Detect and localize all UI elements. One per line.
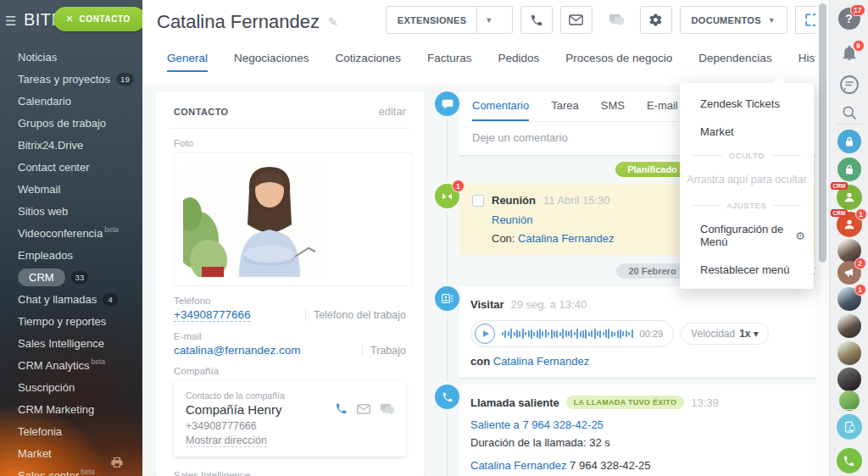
drag-to-hide-hint: Arrastra aquí para ocultar: [680, 165, 814, 196]
company-address-link[interactable]: Mostrar dirección: [186, 434, 267, 447]
scrollbar-thumb[interactable]: [819, 3, 826, 263]
call-button[interactable]: [520, 6, 553, 34]
documents-button[interactable]: DOCUMENTOS ▼: [680, 6, 787, 34]
chat-button[interactable]: [600, 6, 632, 34]
contact-button-label: CONTACTO: [79, 14, 131, 24]
email-link[interactable]: catalina@fernandez.com: [174, 344, 301, 357]
playback-speed-control[interactable]: Velocidad 1x ▾: [681, 323, 769, 345]
chat-avatar[interactable]: [839, 390, 860, 411]
meeting-link[interactable]: Reunión: [492, 213, 532, 226]
count-badge: 4: [103, 293, 118, 306]
count-badge: 33: [71, 271, 89, 284]
tab-facturas[interactable]: Facturas: [427, 52, 472, 72]
company-chat-icon[interactable]: [380, 403, 394, 415]
chat-avatar[interactable]: 1: [837, 287, 861, 311]
broadcast-chat[interactable]: 2: [837, 261, 861, 285]
sidebar-item-contact-center[interactable]: Contact center: [0, 156, 142, 178]
call-line-link[interactable]: Saliente a 7 964 328-42-25: [470, 418, 604, 431]
crm-tag: CRM: [831, 209, 849, 217]
help-button[interactable]: ?17: [838, 8, 860, 30]
sidebar-item-webmail[interactable]: Webmail: [0, 178, 142, 200]
telephony-button[interactable]: [837, 448, 862, 473]
email-button[interactable]: [560, 6, 593, 34]
sidebar-item-videoconferencia[interactable]: Videoconferenciabeta: [0, 222, 142, 244]
right-rail: ?17 9 CRM CRM1 2 1: [829, 0, 868, 476]
compose-tab-tarea[interactable]: Tarea: [551, 99, 579, 121]
tab-procesos[interactable]: Procesos de negocio: [565, 52, 672, 72]
sidebar-item-tiempo[interactable]: Tiempo y reportes: [0, 310, 142, 332]
sidebar-item-crm-marketing[interactable]: CRM Marketing: [0, 398, 142, 420]
sidebar-item-telefonia[interactable]: Telefonia: [0, 420, 142, 442]
tab-cotizaciones[interactable]: Cotizaciones: [336, 52, 401, 72]
beta-tag: beta: [104, 225, 119, 234]
sidebar-item-calendario[interactable]: Calendario: [0, 90, 142, 112]
sidebar-item-label: Sales center: [18, 469, 79, 476]
phone-link[interactable]: +34908777666: [174, 308, 250, 322]
edit-link[interactable]: editar: [378, 105, 406, 118]
device-sync-button[interactable]: [837, 414, 862, 440]
chat-avatar[interactable]: [837, 341, 861, 365]
play-button[interactable]: [475, 324, 495, 344]
email-type-label: Trabajo: [362, 345, 406, 357]
beta-tag: beta: [92, 357, 106, 366]
menu-item-config[interactable]: Configuración de Menú⚙: [680, 215, 814, 256]
menu-item-zendesk[interactable]: Zendesk Tickets: [680, 90, 814, 118]
device-cloud-icon: [843, 421, 855, 434]
sidebar-item-label: Tiempo y reportes: [18, 315, 106, 328]
sidebar-item-tareas[interactable]: Tareas y proyectos19: [0, 68, 142, 90]
sidebar-item-empleados[interactable]: Empleados: [0, 244, 142, 266]
chat-avatar[interactable]: [837, 368, 861, 391]
sidebar-item-crm[interactable]: CRM33: [0, 266, 142, 288]
sidebar-item-grupos[interactable]: Grupos de trabajo: [0, 112, 142, 134]
tab-general[interactable]: General: [167, 52, 208, 72]
company-name[interactable]: Compañía Henry: [186, 402, 281, 417]
menu-item-reset[interactable]: Restablecer menú: [680, 256, 814, 284]
crm-chat-green[interactable]: CRM: [837, 185, 862, 210]
notification-badge: 17: [850, 4, 865, 16]
rail-divider: [837, 124, 862, 125]
messenger-button[interactable]: [838, 74, 860, 99]
compose-tab-email[interactable]: E-mail: [647, 99, 678, 121]
chevron-down-icon: ▼: [768, 16, 776, 25]
sidebar-item-suscripcion[interactable]: Suscripción: [0, 376, 142, 398]
edit-pencil-icon[interactable]: ✎: [328, 15, 338, 29]
compose-tab-comentario[interactable]: Comentario: [472, 99, 529, 121]
compose-tab-sms[interactable]: SMS: [601, 99, 625, 121]
visit-with-label: con: [470, 355, 490, 368]
extensions-button[interactable]: EXTENSIONES ▼: [386, 6, 513, 34]
secure-chat-green[interactable]: [837, 158, 861, 181]
chat-avatar[interactable]: [837, 314, 861, 338]
sidebar-item-chat[interactable]: Chat y llamadas4: [0, 288, 142, 310]
waveform[interactable]: [502, 328, 633, 340]
search-button[interactable]: [841, 104, 858, 125]
sidebar-item-sitios-web[interactable]: Sitios web: [0, 200, 142, 222]
visit-contact-link[interactable]: Catalina Fernandez: [493, 355, 589, 368]
meeting-contact-link[interactable]: Catalina Fernandez: [518, 232, 614, 245]
call-contact-link[interactable]: Catalina Fernandez: [470, 459, 566, 472]
quick-add-contact-button[interactable]: ✕ CONTACTO: [53, 7, 142, 31]
tab-pedidos[interactable]: Pedidos: [498, 52, 539, 72]
company-envelope-icon[interactable]: [357, 404, 370, 414]
chevron-down-icon[interactable]: ▼: [476, 7, 500, 33]
call-card: Llamada saliente LA LLAMADA TUVO ÉXITO 1…: [459, 385, 846, 476]
sidebar-item-label: Sitios web: [18, 205, 68, 218]
menu-section-ajustes: AJUSTES: [692, 201, 802, 210]
sidebar-item-noticias[interactable]: Noticias: [0, 46, 142, 68]
sidebar-item-crm-analytics[interactable]: CRM Analyticsbeta: [0, 354, 142, 376]
tab-negociaciones[interactable]: Negociaciones: [234, 52, 309, 72]
crm-chat-red[interactable]: CRM1: [837, 212, 862, 237]
meeting-checkbox[interactable]: [472, 195, 484, 207]
printer-icon[interactable]: [110, 456, 124, 469]
secure-chat-blue[interactable]: [837, 130, 861, 153]
sidebar-item-sales-intelligence[interactable]: Sales Intelligence: [0, 332, 142, 354]
menu-item-market[interactable]: Market: [680, 118, 814, 146]
tab-dependencias[interactable]: Dependencias: [698, 52, 771, 72]
sidebar-item-drive[interactable]: Bitrix24.Drive: [0, 134, 142, 156]
comment-icon: [435, 91, 459, 116]
meeting-title: Reunión: [492, 194, 536, 207]
hamburger-menu-icon[interactable]: ☰: [5, 14, 16, 28]
company-call-icon[interactable]: [335, 402, 348, 415]
logo-row: ☰ BITRIX24 ✕ CONTACTO: [0, 0, 142, 37]
notifications-button[interactable]: 9: [839, 43, 860, 64]
settings-button[interactable]: [640, 6, 672, 34]
